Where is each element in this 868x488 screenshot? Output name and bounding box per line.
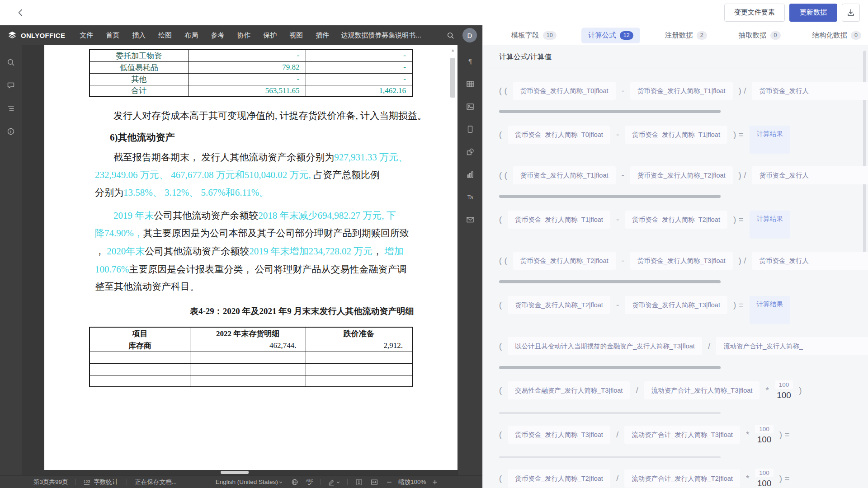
formula-row[interactable]: (货币资金_发行人简称_T1|float-货币资金_发行人简称_T2|float… [499, 211, 868, 229]
chevron-down-icon[interactable] [335, 479, 341, 485]
field-pill[interactable]: 货币资金_发行人简称_T2|float [513, 252, 616, 270]
field-pill[interactable]: 货币资金_发行人简称_T2|float [630, 166, 733, 184]
slide-icon[interactable] [466, 125, 475, 134]
language-selector[interactable]: English (United States) [216, 479, 278, 485]
update-data-button[interactable]: 更新数据 [789, 4, 837, 22]
table-icon[interactable] [466, 80, 475, 89]
zoom-out-button[interactable] [386, 479, 393, 486]
formula-row[interactable]: (以公计且其变动计入当期损益的金融资产_发行人简称_T3|float/流动资产合… [499, 337, 868, 355]
formula-row[interactable]: ( (货币资金_发行人简称_T2|float-货币资金_发行人简称_T3|flo… [499, 252, 868, 270]
formula-row[interactable]: (货币资金_发行人简称_T2|float-货币资金_发行人简称_T3|float… [499, 296, 868, 314]
tab-注册数据[interactable]: 注册数据2 [658, 28, 714, 43]
field-pill[interactable]: 货币资金_发行人简称_T2|float [508, 296, 610, 314]
plugin-tab-daguan[interactable]: 达观数据债券募集说明书... [335, 25, 427, 45]
operator: / [616, 430, 618, 440]
row-horizontal-scrollbar[interactable] [499, 366, 721, 369]
menu-item[interactable]: 文件 [73, 25, 99, 45]
menu-item[interactable]: 绘图 [152, 25, 178, 45]
field-pill[interactable]: 以公计且其变动计入当期损益的金融资产_发行人简称_T3|float [508, 337, 702, 355]
formula-row[interactable]: (货币资金_发行人简称_T0|float-货币资金_发行人简称_T1|float… [499, 126, 868, 144]
chevron-down-icon[interactable] [278, 479, 283, 485]
field-pill[interactable]: 交易性金融资产_发行人简称_T3|float [508, 381, 630, 399]
row-horizontal-scrollbar[interactable] [499, 280, 721, 283]
track-changes-icon[interactable] [327, 478, 335, 486]
row-horizontal-scrollbar[interactable] [499, 110, 721, 113]
formula-row[interactable]: (货币资金_发行人简称_T3|float/流动资产合计_发行人简称_T3|flo… [499, 426, 868, 444]
field-pill[interactable]: 货币资金_发行人 [752, 82, 868, 100]
field-pill[interactable]: 货币资金_发行人简称_T2|float [508, 469, 610, 488]
menu-item[interactable]: 视图 [283, 25, 309, 45]
navigation-icon[interactable] [6, 104, 15, 113]
formula-row[interactable]: ( (货币资金_发行人简称_T0|float-货币资金_发行人简称_T1|flo… [499, 82, 868, 100]
paragraph-icon[interactable]: ¶ [466, 57, 475, 66]
field-pill[interactable]: 货币资金_发行人简称_T0|float [513, 82, 616, 100]
menu-item[interactable]: 保护 [257, 25, 283, 45]
menu-item[interactable]: 插入 [126, 25, 152, 45]
user-avatar[interactable]: D [462, 28, 477, 42]
search-icon[interactable] [6, 58, 15, 67]
field-pill[interactable]: 流动资产合计_发行人简称_T3|float [644, 381, 760, 399]
tab-计算公式[interactable]: 计算公式12 [581, 28, 640, 43]
tab-结构化数据[interactable]: 结构化数据0 [806, 28, 868, 43]
fit-width-icon[interactable] [370, 478, 378, 486]
spellcheck-icon[interactable]: ABC [305, 478, 314, 487]
menubar-search-icon[interactable] [446, 31, 455, 40]
table-cell: 低值易耗品 [90, 61, 188, 73]
download-button[interactable] [842, 4, 860, 22]
field-pill[interactable]: 流动资产合计_发行人简称_T3|float [624, 426, 740, 444]
field-pill[interactable]: 流动资产合计_发行人简称_T2|float [624, 469, 740, 488]
field-pill[interactable]: 货币资金_发行人简称_T3|float [625, 296, 727, 314]
formula-row[interactable]: (交易性金融资产_发行人简称_T3|float/流动资产合计_发行人简称_T3|… [499, 381, 868, 399]
formula-row[interactable]: ( (货币资金_发行人简称_T1|float-货币资金_发行人简称_T2|flo… [499, 166, 868, 184]
field-pill[interactable]: 货币资金_发行人简称_T3|float [508, 426, 610, 444]
field-pill[interactable]: 货币资金_发行人 [752, 252, 868, 270]
field-pill[interactable]: 货币资金_发行人简称_T1|float [513, 166, 616, 184]
plugin-panel: 模板字段10计算公式12注册数据2抽取数据0结构化数据0 计算公式/计算值 ( … [482, 25, 868, 488]
vertical-scroll-handle[interactable] [450, 58, 455, 98]
comments-icon[interactable] [6, 81, 15, 90]
set-language-globe-icon[interactable] [291, 478, 299, 486]
back-button[interactable] [14, 5, 28, 20]
document-vertical-scrollbar[interactable]: ▲ [449, 46, 457, 475]
menu-item[interactable]: 插件 [309, 25, 335, 45]
change-file-elements-button[interactable]: 变更文件要素 [724, 4, 785, 22]
textart-icon[interactable]: Ta [466, 192, 475, 202]
field-pill[interactable]: 流动资产合计_发行人简称_ [716, 337, 868, 355]
menu-item[interactable]: 参考 [204, 25, 231, 45]
document-page[interactable]: 表4-29：2020 年及2021 年9 月末末发行人其他流动资产明细 委托加工… [44, 45, 458, 470]
menu-item[interactable]: 首页 [99, 25, 126, 45]
tab-模板字段[interactable]: 模板字段10 [505, 28, 563, 43]
zoom-level[interactable]: 缩放100% [398, 478, 426, 486]
document-area[interactable]: 表4-29：2020 年及2021 年9 月末末发行人其他流动资产明细 委托加工… [22, 45, 458, 475]
menu-item[interactable]: 布局 [178, 25, 204, 45]
word-count-label[interactable]: 字数统计 [94, 478, 118, 486]
field-pill[interactable]: 货币资金_发行人 [752, 166, 868, 184]
chart-icon[interactable] [466, 170, 475, 179]
shape-icon[interactable] [466, 147, 475, 156]
field-pill[interactable]: 货币资金_发行人简称_T1|float [508, 211, 610, 229]
tab-count-badge: 10 [543, 31, 557, 40]
mailmerge-icon[interactable] [466, 215, 475, 224]
formula-row[interactable]: (货币资金_发行人简称_T2|float/流动资产合计_发行人简称_T2|flo… [499, 469, 868, 488]
result-pill[interactable]: 计算结果 [750, 296, 790, 324]
tab-抽取数据[interactable]: 抽取数据0 [732, 28, 788, 43]
scroll-up-icon[interactable]: ▲ [449, 46, 457, 54]
fit-page-icon[interactable] [355, 478, 363, 486]
page-indicator[interactable]: 第3页共99页 [33, 478, 68, 486]
about-icon[interactable] [6, 127, 15, 136]
tab-count-badge: 12 [620, 31, 633, 40]
result-pill[interactable]: 计算结果 [750, 126, 790, 154]
document-horizontal-scrollbar[interactable] [221, 471, 249, 474]
zoom-in-button[interactable] [431, 479, 439, 486]
field-pill[interactable]: 货币资金_发行人简称_T2|float [625, 211, 727, 229]
menu-item[interactable]: 协作 [231, 25, 257, 45]
fraction-denominator: 100 [757, 435, 772, 445]
image-icon[interactable] [466, 102, 475, 111]
field-pill[interactable]: 货币资金_发行人简称_T1|float [630, 82, 733, 100]
tab-count-badge: 0 [770, 31, 781, 40]
result-pill[interactable]: 计算结果 [750, 211, 790, 239]
row-horizontal-scrollbar[interactable] [499, 195, 721, 198]
field-pill[interactable]: 货币资金_发行人简称_T3|float [630, 252, 733, 270]
field-pill[interactable]: 货币资金_发行人简称_T0|float [508, 126, 610, 144]
field-pill[interactable]: 货币资金_发行人简称_T1|float [625, 126, 727, 144]
